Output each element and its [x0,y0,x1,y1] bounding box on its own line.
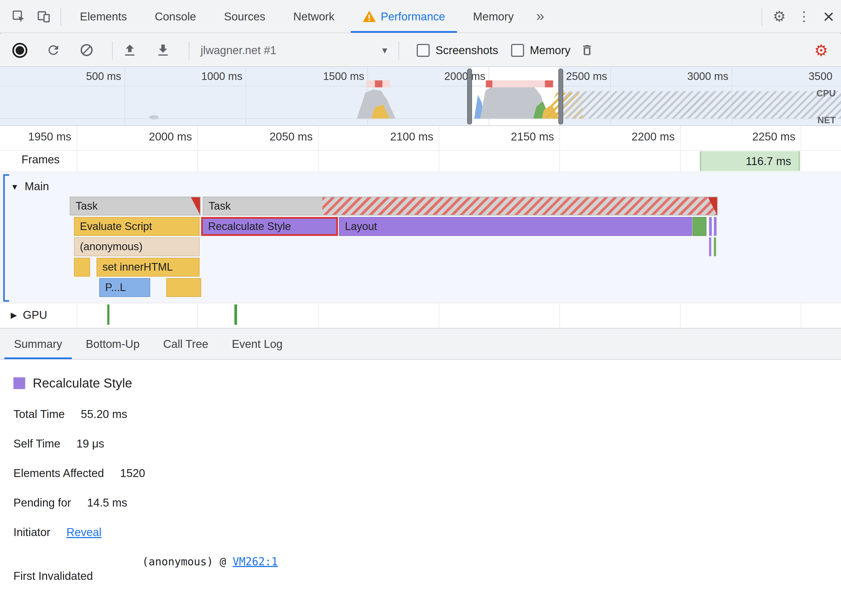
ruler-tick: 2050 ms [232,130,313,143]
screenshots-label: Screenshots [435,44,498,57]
clear-recording-button[interactable] [74,38,99,63]
initiator-label: Initiator [13,526,50,538]
summary-row-label: Self Time [13,437,60,450]
tab-console[interactable]: Console [141,0,210,33]
long-task-marker [486,81,493,87]
toolbar-divider [762,7,762,25]
devtools-tab-bar: Elements Console Sources Network Perform… [0,0,841,33]
tab-sources[interactable]: Sources [210,0,279,33]
expand-arrow-icon[interactable]: ▶ [11,310,17,320]
summary-row-label: Total Time [13,408,65,421]
tab-call-tree[interactable]: Call Tree [151,329,220,359]
settings-icon[interactable]: ⚙ [767,4,791,29]
ruler-tick: 2150 ms [474,130,554,143]
timeline-overview[interactable]: 500 ms 1000 ms 1500 ms 2000 ms 2500 ms 3… [0,67,841,126]
memory-toggle[interactable]: Memory [511,44,570,57]
save-profile-icon[interactable] [151,38,175,63]
reveal-link[interactable]: Reveal [66,526,101,538]
window-handle-right[interactable] [559,69,563,125]
tab-summary[interactable]: Summary [2,329,74,359]
track-selection-bracket [3,174,10,302]
tab-memory[interactable]: Memory [459,0,528,33]
profile-select[interactable]: jlwagner.net #1 ▾ [201,44,387,57]
screenshots-checkbox[interactable] [417,44,429,57]
flame-chart-panel[interactable]: 1950 ms 2000 ms 2050 ms 2100 ms 2150 ms … [0,126,841,328]
first-invalidated-function: (anonymous) @ [142,555,226,568]
flame-bar-set-innerhtml[interactable]: set innerHTML [97,258,199,277]
flame-bar-task[interactable]: Task [70,197,201,216]
flame-bar-label: Layout [345,220,377,232]
gpu-track-header[interactable]: ▶ GPU [11,307,47,324]
long-task-flag-icon [191,197,200,215]
trash-icon[interactable] [575,38,600,63]
frame-duration-badge[interactable]: 116.7 ms [700,151,800,171]
flame-bar-anonymous[interactable]: (anonymous) [74,238,200,256]
close-icon[interactable]: × [816,4,841,29]
flame-bar-layout[interactable]: Layout [339,217,692,236]
inspect-icon[interactable] [6,4,31,29]
tab-event-log[interactable]: Event Log [220,329,294,359]
toolbar-divider [189,41,189,59]
flame-bar-script[interactable] [74,258,90,277]
toolbar-divider [398,41,399,59]
flame-bar-label: Task [76,200,98,212]
flame-bar-parse-html[interactable]: P...L [99,278,150,297]
tab-elements[interactable]: Elements [66,0,141,33]
long-task-flag-icon [708,197,717,215]
summary-pane: Recalculate Style Total Time 55.20 ms Se… [0,360,841,616]
flame-bar-task[interactable]: Task [203,197,717,216]
toolbar-divider [60,7,61,25]
flame-bar-evaluate-script[interactable]: Evaluate Script [74,217,200,236]
profile-select-value: jlwagner.net #1 [201,44,276,57]
screenshots-toggle[interactable]: Screenshots [417,44,498,57]
gpu-activity-mark [107,304,110,325]
collapse-arrow-icon[interactable]: ▼ [11,182,19,191]
reload-and-record-button[interactable] [41,38,66,63]
warning-icon [362,10,376,22]
summary-row-value: 19 μs [76,437,104,450]
gpu-row-line [0,303,841,303]
frames-row-line [0,150,841,151]
ruler-tick: 2250 ms [715,130,795,143]
record-button[interactable] [7,38,32,63]
summary-row: Self Time 19 μs [13,437,841,450]
summary-row-label: Pending for [13,496,71,509]
summary-row-value: 1520 [120,467,145,480]
window-handle-left[interactable] [467,69,472,125]
flame-bar-sliver[interactable] [714,217,717,236]
memory-checkbox[interactable] [511,44,524,57]
tab-network[interactable]: Network [279,0,348,33]
summary-row-value: 14.5 ms [87,496,127,509]
tab-performance[interactable]: Performance [348,0,459,33]
flame-bar-script[interactable] [166,278,201,297]
flame-bar-paint[interactable] [693,217,707,236]
cpu-hatch-unattributed [562,91,841,119]
tab-bottom-up[interactable]: Bottom-Up [74,329,151,359]
net-strip-line [0,118,841,119]
more-tabs-icon[interactable]: » [528,0,553,33]
ruler-tick: 2200 ms [594,130,675,143]
summary-title: Recalculate Style [33,375,132,391]
summary-row: Pending for 14.5 ms [13,496,841,509]
device-toolbar-icon[interactable] [31,4,56,29]
long-task-stripes [322,197,717,215]
devtools-window: Elements Console Sources Network Perform… [0,0,841,616]
flame-bar-sliver[interactable] [709,238,711,256]
flame-bar-label: Task [209,200,231,212]
long-task-band [485,81,554,87]
summary-row-value: 55.20 ms [81,408,127,421]
main-track-header[interactable]: ▼ Main [11,178,49,195]
flame-bar-sliver[interactable] [714,238,716,256]
flame-bar-sliver[interactable] [709,217,712,236]
flame-bar-label: P...L [105,282,126,294]
capture-settings-icon[interactable]: ⚙ [809,38,834,63]
ruler-tick: 1950 ms [0,130,71,143]
summary-row-label: Elements Affected [13,467,104,480]
source-location-link[interactable]: VM262:1 [233,555,278,568]
flame-bar-label: (anonymous) [80,241,143,253]
flame-bar-recalculate-style[interactable]: Recalculate Style [201,217,338,236]
load-profile-icon[interactable] [118,38,142,63]
more-options-icon[interactable]: ⋮ [792,4,816,29]
net-strip-label: NET [817,115,835,126]
long-task-marker [545,81,553,87]
